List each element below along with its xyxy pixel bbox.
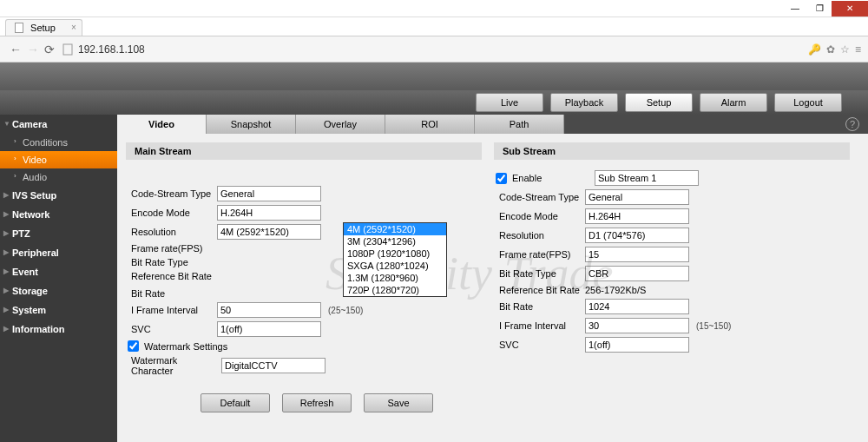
resolution-dropdown[interactable]: 4M (2592*1520) 3M (2304*1296) 1080P (192… <box>343 222 447 297</box>
dropdown-option[interactable]: 4M (2592*1520) <box>344 223 446 235</box>
tab-roi[interactable]: ROI <box>385 115 475 134</box>
nav-setup[interactable]: Setup <box>625 93 693 112</box>
dropdown-option[interactable]: 1080P (1920*1080) <box>344 247 446 260</box>
watermark-checkbox[interactable] <box>128 340 139 352</box>
svg-rect-0 <box>63 44 72 55</box>
star-icon[interactable]: ☆ <box>840 43 850 56</box>
reload-icon[interactable]: ⟳ <box>44 43 55 56</box>
content-area: Video Snapshot Overlay ROI Path ? Sincer… <box>117 115 868 442</box>
sidebar-item-peripheral[interactable]: ▶Peripheral <box>0 243 117 262</box>
caret-right-icon: ▶ <box>3 267 9 275</box>
caret-right-icon: ▶ <box>3 306 9 313</box>
caret-right-icon: ▶ <box>3 325 9 333</box>
bitrate-select[interactable]: 1024 <box>585 299 689 314</box>
site-icon <box>62 43 73 56</box>
resolution-select[interactable]: D1 (704*576) <box>585 228 689 243</box>
window-titlebar: — ❐ ✕ <box>0 0 868 17</box>
forward-icon[interactable]: → <box>27 43 39 56</box>
refresh-button[interactable]: Refresh <box>282 393 352 412</box>
sub-stream-section: Sub Stream EnableSub Stream 1 Code-Strea… <box>494 142 850 433</box>
menu-icon[interactable]: ≡ <box>855 43 861 56</box>
dropdown-option[interactable]: 3M (2304*1296) <box>344 235 446 247</box>
tab-close-icon[interactable]: × <box>71 23 76 32</box>
caret-right-icon: ▶ <box>3 210 9 218</box>
dropdown-option[interactable]: SXGA (1280*1024) <box>344 260 446 272</box>
dropdown-option[interactable]: 720P (1280*720) <box>344 284 446 296</box>
watermark-input[interactable] <box>221 358 326 373</box>
encode-mode-select[interactable]: H.264H <box>585 208 689 224</box>
tab-title: Setup <box>30 23 56 33</box>
section-title: Sub Stream <box>494 142 850 160</box>
svc-select[interactable]: 1(off) <box>217 321 321 337</box>
fps-select[interactable]: 15 <box>585 247 689 262</box>
sidebar-item-system[interactable]: ▶System <box>0 300 117 320</box>
code-stream-select[interactable]: General <box>217 186 321 201</box>
chevron-right-icon: › <box>14 172 16 180</box>
sub-tabs: Video Snapshot Overlay ROI Path <box>117 115 868 134</box>
chevron-right-icon: › <box>14 137 16 145</box>
resolution-select[interactable]: 4M (2592*1520) <box>217 224 321 240</box>
back-icon[interactable]: ← <box>10 43 22 56</box>
tab-overlay[interactable]: Overlay <box>296 115 385 134</box>
dropdown-option[interactable]: 1.3M (1280*960) <box>344 272 446 284</box>
url-text[interactable]: 192.168.1.108 <box>78 43 808 56</box>
sidebar-item-audio[interactable]: ›Audio <box>0 168 117 186</box>
extension-icon[interactable]: 🔑 <box>808 43 821 56</box>
window-maximize-icon[interactable]: ❐ <box>807 1 832 16</box>
caret-right-icon: ▶ <box>3 287 9 294</box>
sidebar-item-video[interactable]: ›Video <box>0 151 117 168</box>
enable-checkbox[interactable] <box>496 173 507 184</box>
nav-logout[interactable]: Logout <box>774 93 842 112</box>
sidebar-item-ivs[interactable]: ▶IVS Setup <box>0 186 117 205</box>
iframe-input[interactable] <box>217 302 321 318</box>
tab-snapshot[interactable]: Snapshot <box>207 115 296 134</box>
caret-down-icon: ▼ <box>3 120 10 128</box>
page-icon <box>15 23 23 33</box>
sidebar-item-network[interactable]: ▶Network <box>0 205 117 224</box>
bitratetype-select[interactable]: CBR <box>585 266 689 281</box>
puzzle-icon[interactable]: ✿ <box>826 43 835 56</box>
substream-select[interactable]: Sub Stream 1 <box>595 170 699 186</box>
sidebar-item-conditions[interactable]: ›Conditions <box>0 134 117 151</box>
sidebar: ▼Camera ›Conditions ›Video ›Audio ▶IVS S… <box>0 115 117 442</box>
sidebar-item-storage[interactable]: ▶Storage <box>0 281 117 300</box>
section-title: Main Stream <box>126 142 482 160</box>
browser-tabbar: Setup × <box>0 17 868 36</box>
browser-navbar: ← → ⟳ 192.168.1.108 🔑 ✿ ☆ ≡ <box>0 36 868 63</box>
nav-alarm[interactable]: Alarm <box>700 93 767 112</box>
main-nav: Live Playback Setup Alarm Logout <box>0 90 868 115</box>
sidebar-item-ptz[interactable]: ▶PTZ <box>0 224 117 243</box>
window-close-icon[interactable]: ✕ <box>832 1 868 16</box>
browser-tab[interactable]: Setup × <box>5 19 82 36</box>
window-minimize-icon[interactable]: — <box>783 1 807 16</box>
caret-right-icon: ▶ <box>3 248 9 256</box>
code-stream-select[interactable]: General <box>585 189 689 205</box>
sidebar-item-event[interactable]: ▶Event <box>0 262 117 281</box>
chevron-right-icon: › <box>14 155 16 162</box>
encode-mode-select[interactable]: H.264H <box>217 205 321 221</box>
caret-right-icon: ▶ <box>3 191 9 199</box>
header-bar <box>0 63 868 90</box>
caret-right-icon: ▶ <box>3 229 9 237</box>
help-icon[interactable]: ? <box>845 117 859 131</box>
nav-live[interactable]: Live <box>476 93 543 112</box>
tab-video[interactable]: Video <box>117 115 207 134</box>
sidebar-item-information[interactable]: ▶Information <box>0 320 117 339</box>
sidebar-item-camera[interactable]: ▼Camera <box>0 115 117 134</box>
nav-playback[interactable]: Playback <box>550 93 618 112</box>
save-button[interactable]: Save <box>364 393 433 412</box>
svc-select[interactable]: 1(off) <box>585 337 689 353</box>
default-button[interactable]: Default <box>201 393 270 412</box>
iframe-input[interactable] <box>585 318 689 333</box>
tab-path[interactable]: Path <box>475 115 564 134</box>
